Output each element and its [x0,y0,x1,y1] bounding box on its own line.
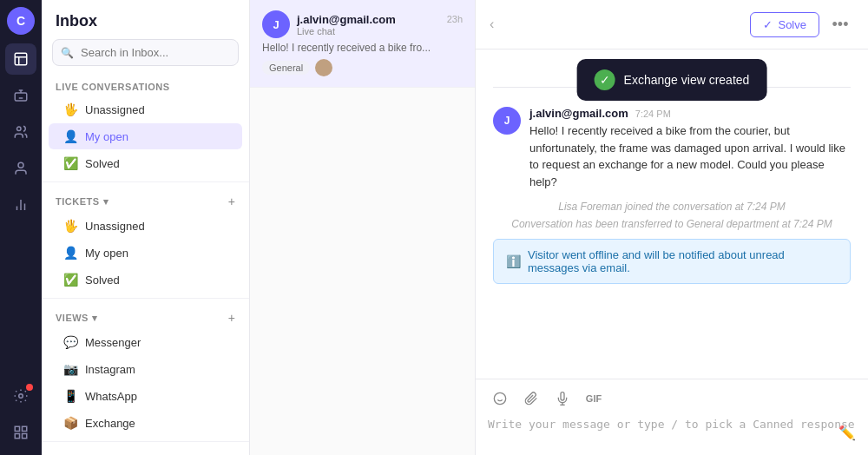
svg-point-2 [17,127,22,131]
sidebar-icon-team[interactable] [5,116,36,148]
nav-item-solved-live[interactable]: ✅ Solved [49,150,242,176]
chat-input-wrapper: ✏️ [488,418,856,446]
exchange-icon: 📦 [62,416,78,430]
search-icon: 🔍 [61,47,74,59]
attachment-button[interactable] [519,386,543,411]
chat-header: ‹ ✓ Solve ••• [476,0,868,49]
nav-item-unassigned-live[interactable]: 🖐️ Unassigned [49,96,242,122]
nav-item-exchange[interactable]: 📦 Exchange [49,410,242,436]
nav-item-whatsapp[interactable]: 📱 WhatsApp [49,383,242,409]
system-msg-2: Conversation has been transferred to Gen… [493,218,851,230]
whatsapp-label: WhatsApp [85,390,228,403]
sidebar-icon-bot[interactable] [5,80,36,111]
conv-time-1: 23h [447,14,463,24]
offline-banner: ℹ️ Visitor went offline and will be noti… [493,239,851,284]
solved-label: Solved [85,157,228,170]
unassigned-icon: 🖐️ [62,102,78,116]
message-1: J j.alvin@gmail.com 7:24 PM Hello! I rec… [493,107,851,190]
add-view-button[interactable]: + [228,311,235,325]
toast-check-icon: ✓ [595,69,615,90]
svg-rect-8 [15,426,19,431]
instagram-label: Instagram [85,363,228,376]
sidebar-icon-bulb[interactable] [5,380,36,412]
nav-item-my-open-ticket[interactable]: 👤 My open [49,240,242,266]
solved-ticket-label: Solved [85,274,228,287]
views-label: VIEWS ▾ [56,313,97,324]
messenger-icon: 💬 [62,335,78,349]
svg-point-7 [19,394,23,399]
send-icon[interactable]: ✏️ [838,424,856,440]
unassigned-ticket-icon: 🖐️ [62,219,78,233]
conv-agent-avatar [315,59,332,76]
audio-button[interactable] [550,386,575,411]
unassigned-label: Unassigned [85,103,228,116]
nav-item-unassigned-ticket[interactable]: 🖐️ Unassigned [49,213,242,239]
svg-rect-0 [15,53,27,65]
add-ticket-button[interactable]: + [228,195,235,208]
chevron-down-icon-tickets: ▾ [103,196,109,208]
nav-item-messenger[interactable]: 💬 Messenger [49,329,242,355]
whatsapp-icon: 📱 [62,389,78,403]
toast-notification: ✓ Exchange view created [577,59,767,101]
solve-label: Solve [778,18,806,31]
emoji-button[interactable] [488,386,512,411]
live-conversations-section[interactable]: LIVE CONVERSATIONS [42,75,249,96]
nav-item-solved-ticket[interactable]: ✅ Solved [49,267,242,293]
system-msg-1: Lisa Foreman joined the conversation at … [493,201,851,213]
offline-message: Visitor went offline and will be notifie… [528,248,838,274]
sidebar-icon-contacts[interactable] [5,153,36,184]
sidebar-icon-inbox[interactable] [5,43,36,75]
search-bar: 🔍 [52,39,239,66]
conv-tag-general: General [262,61,310,75]
collapse-icon[interactable]: ‹ [490,16,494,32]
tickets-label: TICKETS ▾ [56,196,108,208]
search-input[interactable] [52,39,239,66]
toast-message: Exchange view created [624,73,750,87]
solved-icon: ✅ [62,156,78,170]
my-open-ticket-label: My open [85,247,228,260]
svg-rect-9 [23,426,27,431]
views-section[interactable]: VIEWS ▾ + [42,304,249,328]
conv-preview-1: Hello! I recently received a bike fro... [262,42,463,54]
my-open-ticket-icon: 👤 [62,246,78,260]
app-logo[interactable]: C [7,7,35,35]
nav-item-my-open-live[interactable]: 👤 My open [49,123,242,149]
msg-sender-1: j.alvin@gmail.com [529,107,628,120]
conv-tags-1: General [262,59,463,76]
chat-input-area: GIF ✏️ [476,379,868,455]
my-open-icon: 👤 [62,129,78,143]
svg-rect-11 [23,434,27,439]
instagram-icon: 📷 [62,362,78,376]
conversation-item-1[interactable]: J j.alvin@gmail.com 23h Live chat Hello!… [250,0,475,88]
conv-info-1: j.alvin@gmail.com 23h Live chat [297,13,463,36]
sidebar-icon-grid[interactable] [5,417,36,448]
sidebar-icon-reports[interactable] [5,189,36,221]
conv-sender-1: j.alvin@gmail.com [297,13,396,26]
gif-button[interactable]: GIF [582,386,606,411]
conv-channel-1: Live chat [297,26,463,36]
solve-check-icon: ✓ [763,18,773,31]
icon-sidebar: C [0,0,42,455]
input-toolbar: GIF [488,386,856,411]
unassigned-ticket-label: Unassigned [85,220,228,233]
msg-avatar-1: J [493,107,521,135]
msg-content-1: j.alvin@gmail.com 7:24 PM Hello! I recen… [529,107,851,190]
svg-point-12 [494,392,505,404]
solve-button[interactable]: ✓ Solve [750,12,819,37]
operators-section[interactable]: OPERATORS › [42,447,249,455]
my-open-label: My open [85,130,228,143]
main-chat: ‹ ✓ Solve ••• ✓ Exchange view created Ap… [476,0,868,455]
info-icon: ℹ️ [506,254,521,268]
chevron-down-icon-views: ▾ [92,313,98,324]
conversation-list: J j.alvin@gmail.com 23h Live chat Hello!… [250,0,476,455]
tickets-section[interactable]: TICKETS ▾ + [42,188,249,212]
chat-input[interactable] [488,418,856,444]
live-conversations-label: LIVE CONVERSATIONS [56,82,170,92]
exchange-label: Exchange [85,417,228,430]
messenger-label: Messenger [85,336,228,349]
more-options-button[interactable]: ••• [826,10,854,38]
solved-ticket-icon: ✅ [62,273,78,287]
nav-item-instagram[interactable]: 📷 Instagram [49,356,242,382]
nav-sidebar: Inbox 🔍 LIVE CONVERSATIONS 🖐️ Unassigned… [42,0,250,455]
page-title: Inbox [42,0,249,39]
